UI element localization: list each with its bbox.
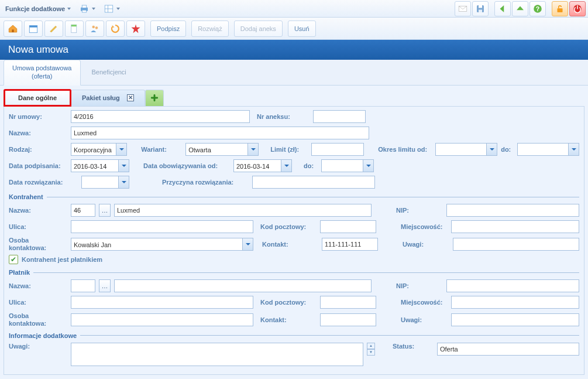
label-k-uwagi: Uwagi: (403, 241, 449, 248)
fieldset-header-platnik: Płatnik (9, 269, 579, 276)
refresh-button[interactable] (106, 21, 125, 37)
combo-okres-do[interactable] (517, 143, 579, 156)
combo-data-podpisania[interactable] (71, 159, 129, 172)
combo-wariant[interactable] (185, 143, 259, 156)
up-button[interactable] (512, 1, 528, 16)
input-nr-umowy[interactable] (71, 110, 250, 123)
add-tab-button[interactable] (145, 90, 164, 106)
label-p-uwagi: Uwagi: (401, 316, 448, 323)
print-dropdown[interactable] (76, 2, 98, 16)
edit-button[interactable] (44, 21, 63, 37)
action-toolbar: Podpisz Rozwiąż Dodaj aneks Usuń (0, 18, 588, 40)
label-k-osoba: Osoba kontaktowa: (9, 237, 67, 251)
input-p-osoba[interactable] (71, 313, 253, 326)
resolve-button[interactable]: Rozwiąż (191, 21, 229, 37)
layout-dropdown[interactable] (101, 2, 123, 16)
power-icon (572, 4, 583, 14)
chevron-down-icon[interactable] (118, 160, 129, 172)
combo-data-obow-od[interactable] (233, 159, 292, 172)
chevron-down-icon[interactable] (568, 144, 579, 155)
printer-icon (79, 4, 90, 14)
home-button[interactable] (4, 21, 22, 37)
extra-functions-dropdown[interactable]: Funkcje dodatkowe (2, 2, 74, 16)
uwagi-spinner[interactable]: ▲ ▼ (367, 343, 375, 356)
unlock-button[interactable] (552, 1, 568, 16)
label-data-obow-od: Data obowiązywania od: (143, 162, 230, 169)
svg-rect-2 (82, 10, 87, 12)
power-button[interactable] (569, 1, 586, 16)
combo-k-osoba[interactable] (71, 238, 253, 251)
document-button[interactable] (65, 21, 84, 37)
input-limit[interactable] (311, 143, 364, 156)
input-p-kod[interactable] (320, 296, 376, 309)
star-button[interactable] (126, 21, 145, 37)
sign-button[interactable]: Podpisz (150, 21, 186, 37)
spinner-down-icon[interactable]: ▼ (367, 349, 375, 356)
input-p-uwagi[interactable] (451, 313, 579, 326)
tab-dane-ogolne[interactable]: Dane ogólne (4, 89, 71, 107)
tab-label: Umowa podstawowa (12, 64, 72, 73)
input-p-kontakt[interactable] (320, 313, 376, 326)
chevron-down-icon[interactable] (281, 160, 291, 172)
chevron-down-icon[interactable] (486, 144, 497, 155)
chevron-down-icon[interactable] (116, 144, 126, 155)
input-k-miejsc[interactable] (451, 220, 579, 233)
chevron-down-icon[interactable] (363, 160, 373, 172)
input-k-nip[interactable] (446, 204, 579, 217)
input-p-nip[interactable] (446, 279, 579, 292)
calendar-button[interactable] (24, 21, 43, 37)
input-k-id[interactable] (71, 204, 95, 217)
fieldset-header-kontrahent: Kontrahent (9, 193, 579, 200)
mail-button[interactable] (455, 1, 471, 16)
checkbox-kontrahent-platnik[interactable] (9, 255, 18, 264)
input-k-ulica[interactable] (71, 220, 253, 233)
delete-button[interactable]: Usuń (288, 21, 316, 37)
textarea-uwagi[interactable] (71, 343, 363, 366)
input-k-uwagi[interactable] (453, 238, 579, 251)
chevron-down-icon[interactable] (247, 144, 258, 155)
arrow-left-icon (497, 4, 508, 14)
main-tabs: Umowa podstawowa (oferta) Beneficjenci (0, 60, 588, 86)
input-k-kontakt[interactable] (322, 238, 378, 251)
input-k-kod[interactable] (320, 220, 376, 233)
label-status: Status: (393, 343, 434, 350)
back-button[interactable] (494, 1, 511, 16)
combo-okres-od[interactable] (435, 143, 497, 156)
lookup-platnik-button[interactable]: … (99, 279, 111, 292)
label-limit: Limit (zł): (270, 146, 308, 153)
spinner-up-icon[interactable]: ▲ (367, 343, 375, 349)
chevron-down-icon[interactable] (242, 238, 253, 250)
input-p-ulica[interactable] (71, 296, 253, 309)
chevron-down-icon[interactable] (118, 176, 129, 188)
pencil-icon (49, 23, 59, 34)
input-nazwa[interactable] (71, 127, 369, 139)
combo-data-obow-do[interactable] (321, 159, 374, 172)
label-rodzaj: Rodzaj: (9, 146, 67, 153)
users-button[interactable] (85, 21, 104, 37)
combo-data-rozwiazania[interactable] (81, 176, 129, 189)
label-uwagi: Uwagi: (9, 343, 67, 350)
help-button[interactable]: ? (529, 1, 546, 16)
content-area: Dane ogólne Pakiet usług ✕ Nr umowy: Nr … (0, 89, 588, 375)
add-annex-button[interactable]: Dodaj aneks (234, 21, 283, 37)
close-tab-icon[interactable]: ✕ (127, 94, 134, 101)
document-icon (69, 23, 80, 34)
input-p-id[interactable] (71, 279, 95, 292)
lookup-kontrahent-button[interactable]: … (99, 204, 111, 217)
label-p-nip: NIP: (396, 282, 443, 289)
input-k-nazwa[interactable] (114, 204, 372, 217)
tab-pakiet-uslug[interactable]: Pakiet usług ✕ (71, 90, 145, 106)
label-k-miejsc: Miejscowość: (401, 223, 448, 230)
label-wariant: Wariant: (141, 146, 182, 153)
combo-rodzaj[interactable] (71, 143, 127, 156)
input-przyczyna[interactable] (252, 176, 375, 189)
label-data-rozwiazania: Data rozwiązania: (9, 179, 78, 186)
input-status[interactable] (437, 343, 579, 356)
input-p-miejsc[interactable] (451, 296, 579, 309)
tab-umowa-podstawowa[interactable]: Umowa podstawowa (oferta) (4, 60, 81, 86)
input-nr-aneksu[interactable] (313, 110, 366, 123)
tab-beneficjenci[interactable]: Beneficjenci (83, 60, 135, 85)
save-button[interactable] (472, 1, 489, 16)
input-p-nazwa[interactable] (114, 279, 372, 292)
label-nr-umowy: Nr umowy: (9, 113, 67, 120)
